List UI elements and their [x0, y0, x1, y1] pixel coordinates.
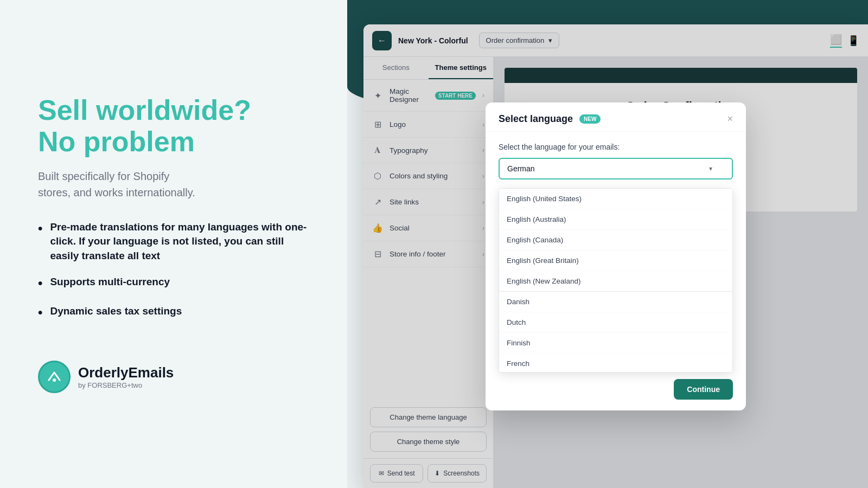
lang-dutch[interactable]: Dutch: [499, 312, 732, 333]
modal-label: Select the language for your emails:: [499, 143, 733, 151]
svg-point-0: [53, 378, 56, 382]
bullet-list: Pre-made translations for many languages…: [38, 220, 309, 333]
bullet-item-2: Supports multi-currency: [38, 275, 309, 292]
modal-overlay[interactable]: Select language NEW × Select the languag…: [363, 24, 868, 488]
modal-new-badge: NEW: [579, 114, 601, 124]
app-window: ← New York - Colorful Order confirmation…: [363, 24, 868, 488]
language-select-wrapper: German ▾: [499, 158, 733, 179]
subtitle: Built specifically for Shopifystores, an…: [38, 168, 309, 201]
language-dropdown[interactable]: English (United States) English (Austral…: [499, 188, 733, 373]
bullet-item-1: Pre-made translations for many languages…: [38, 220, 309, 264]
modal-close-button[interactable]: ×: [727, 114, 733, 124]
lang-danish[interactable]: Danish: [499, 292, 732, 312]
left-panel: Sell worldwide?No problem Built specific…: [0, 0, 347, 488]
dropdown-arrow-icon: ▾: [709, 165, 712, 172]
logo-icon: [38, 361, 71, 393]
language-modal: Select language NEW × Select the languag…: [486, 102, 746, 410]
lang-french[interactable]: French: [499, 354, 732, 373]
right-panel: ← New York - Colorful Order confirmation…: [347, 0, 868, 488]
lang-english-us[interactable]: English (United States): [499, 189, 732, 209]
modal-header: Select language NEW ×: [486, 102, 746, 132]
logo-sub: by FORSBERG+two: [78, 381, 174, 389]
logo-brand: OrderlyEmails: [78, 364, 174, 381]
language-current-value: German: [507, 164, 535, 173]
lang-english-gb[interactable]: English (Great Britain): [499, 251, 732, 271]
lang-english-nz[interactable]: English (New Zealand): [499, 271, 732, 292]
modal-title: Select language: [499, 113, 573, 125]
lang-finnish[interactable]: Finnish: [499, 333, 732, 354]
lang-english-ca[interactable]: English (Canada): [499, 230, 732, 251]
continue-button[interactable]: Continue: [674, 379, 733, 400]
headline: Sell worldwide?No problem: [38, 95, 309, 157]
bullet-item-3: Dynamic sales tax settings: [38, 304, 309, 322]
logo-text-block: OrderlyEmails by FORSBERG+two: [78, 364, 174, 389]
logo-area: OrderlyEmails by FORSBERG+two: [38, 361, 309, 393]
lang-english-au[interactable]: English (Australia): [499, 209, 732, 230]
language-select-display[interactable]: German ▾: [499, 158, 733, 179]
modal-body: Select the language for your emails: Ger…: [486, 132, 746, 410]
